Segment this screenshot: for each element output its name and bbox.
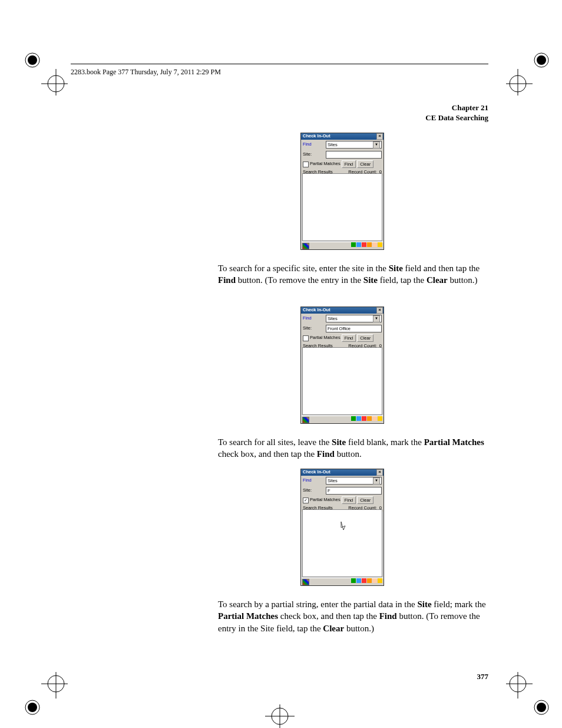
taskbar [301, 578, 384, 585]
partial-matches-checkbox[interactable] [303, 335, 309, 341]
start-icon[interactable] [302, 417, 309, 423]
header-rule [71, 64, 488, 64]
partial-matches-label: Partial Matches [310, 161, 340, 167]
site-input[interactable]: F [326, 487, 382, 495]
site-input[interactable] [326, 151, 382, 159]
chevron-down-icon[interactable]: ▼ [373, 315, 380, 322]
crop-mark-icon [21, 672, 68, 719]
crop-mark-icon [21, 48, 68, 95]
paragraph-3: To search by a partial string, enter the… [218, 598, 489, 634]
partial-matches-label: Partial Matches [310, 497, 340, 503]
svg-point-19 [537, 703, 546, 712]
page-number: 377 [477, 672, 489, 681]
taskbar [301, 242, 384, 249]
clear-button[interactable]: Clear [357, 496, 373, 504]
chevron-down-icon[interactable]: ▼ [373, 477, 380, 485]
crop-mark-icon [506, 48, 553, 95]
find-button[interactable]: Find [342, 160, 356, 168]
screenshot-check-in-out-2: Check In-Out× Find Sites▼ Site: Front Of… [300, 307, 384, 424]
chevron-down-icon[interactable]: ▼ [373, 141, 380, 149]
svg-point-11 [28, 703, 37, 712]
chapter-title: CE Data Searching [425, 113, 488, 123]
start-icon[interactable] [302, 579, 309, 585]
clear-button[interactable]: Clear [357, 334, 373, 342]
svg-point-9 [537, 55, 546, 65]
find-label: Find [303, 141, 324, 147]
crop-mark-icon [262, 704, 297, 728]
site-label: Site: [303, 151, 324, 157]
find-button[interactable]: Find [342, 334, 356, 342]
window-title: Check In-Out [303, 133, 330, 139]
window-title: Check In-Out [303, 307, 330, 313]
find-label: Find [303, 315, 324, 321]
screenshot-check-in-out-3: Check In-Out× Find Sites▼ Site: F ✓Parti… [300, 469, 384, 586]
svg-point-1 [28, 55, 37, 65]
taskbar [301, 416, 384, 423]
find-dropdown[interactable]: Sites▼ [326, 141, 382, 149]
window-title: Check In-Out [303, 469, 330, 475]
crop-mark-icon [506, 672, 553, 719]
find-label: Find [303, 477, 324, 483]
close-icon[interactable]: × [376, 133, 383, 140]
results-list [302, 173, 382, 241]
start-icon[interactable] [302, 243, 309, 249]
partial-matches-checkbox[interactable]: ✓ [303, 498, 309, 503]
find-dropdown[interactable]: Sites▼ [326, 477, 382, 485]
close-icon[interactable]: × [376, 469, 383, 476]
running-header: 2283.book Page 377 Thursday, July 7, 201… [71, 68, 221, 77]
close-icon[interactable]: × [376, 307, 383, 314]
paragraph-2: To search for all sites, leave the Site … [218, 436, 489, 460]
site-label: Site: [303, 325, 324, 331]
find-dropdown[interactable]: Sites▼ [326, 315, 382, 322]
chapter-number: Chapter 21 [425, 103, 488, 113]
partial-matches-label: Partial Matches [310, 335, 340, 341]
results-list [302, 509, 382, 577]
clear-button[interactable]: Clear [357, 160, 373, 168]
results-list [302, 347, 382, 415]
partial-matches-checkbox[interactable] [303, 162, 309, 167]
paragraph-1: To search for a specific site, enter the… [218, 262, 489, 286]
chapter-heading: Chapter 21 CE Data Searching [425, 103, 488, 123]
screenshot-check-in-out-1: Check In-Out× Find Sites▼ Site: Partial … [300, 133, 384, 250]
site-input[interactable]: Front Office [326, 325, 382, 332]
site-label: Site: [303, 487, 324, 493]
find-button[interactable]: Find [342, 496, 356, 504]
